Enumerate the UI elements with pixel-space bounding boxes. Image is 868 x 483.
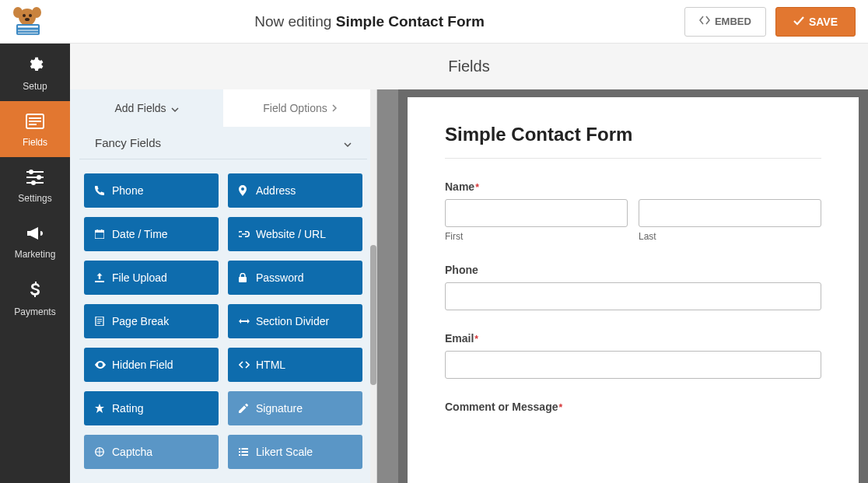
svg-rect-8 — [18, 30, 38, 31]
preview-gutter — [377, 89, 398, 483]
svg-rect-33 — [239, 451, 240, 453]
svg-rect-7 — [18, 26, 38, 28]
field-type-password[interactable]: Password — [228, 261, 362, 295]
pagebreak-icon — [95, 317, 106, 326]
app-logo — [0, 0, 54, 44]
field-type-label: Website / URL — [256, 228, 326, 240]
svg-rect-34 — [242, 451, 249, 453]
svg-rect-9 — [18, 32, 38, 33]
embed-label: EMBED — [715, 16, 751, 27]
dollar-icon — [30, 282, 40, 303]
star-icon — [95, 404, 106, 413]
field-type-phone[interactable]: Phone — [84, 173, 219, 208]
fields-panel: Add Fields Field Options Fancy Fields — [70, 89, 377, 483]
nav-payments-label: Payments — [14, 306, 55, 317]
bullhorn-icon — [26, 226, 44, 245]
field-type-label: Date / Time — [112, 228, 168, 240]
field-type-html[interactable]: HTML — [228, 348, 362, 382]
list-icon — [239, 448, 250, 456]
required-asterisk: * — [558, 402, 562, 413]
input-email[interactable] — [445, 351, 821, 379]
phone-icon — [95, 186, 106, 195]
field-type-website-url[interactable]: Website / URL — [228, 217, 362, 251]
svg-rect-22 — [97, 229, 98, 232]
field-type-label: HTML — [256, 359, 285, 371]
field-type-label: Hidden Field — [112, 359, 173, 371]
calendar-icon — [95, 229, 106, 239]
arrows-icon — [239, 318, 250, 324]
svg-rect-21 — [95, 231, 104, 233]
nav-setup[interactable]: Setup — [0, 44, 70, 101]
section-fancy-fields[interactable]: Fancy Fields — [79, 127, 367, 159]
svg-point-19 — [31, 180, 36, 185]
tab-field-options[interactable]: Field Options — [223, 89, 376, 127]
svg-rect-26 — [97, 319, 102, 320]
field-phone[interactable]: Phone — [445, 264, 821, 310]
svg-point-2 — [19, 9, 36, 26]
field-type-captcha[interactable]: Captcha — [84, 435, 219, 469]
panel-scrollbar[interactable] — [370, 89, 376, 483]
field-type-label: Page Break — [112, 315, 169, 327]
field-email[interactable]: Email* — [445, 332, 821, 379]
chevron-down-icon — [171, 102, 179, 114]
field-type-label: File Upload — [112, 271, 167, 284]
upload-icon — [95, 273, 106, 282]
svg-point-5 — [25, 18, 30, 21]
required-asterisk: * — [475, 182, 479, 193]
svg-rect-13 — [29, 124, 37, 125]
save-label: SAVE — [809, 16, 838, 28]
field-type-page-break[interactable]: Page Break — [84, 304, 219, 338]
left-sidebar: Setup Fields Settings Marketing Payments — [0, 44, 70, 483]
eye-icon — [95, 361, 106, 369]
svg-point-18 — [37, 175, 41, 180]
field-type-section-divider[interactable]: Section Divider — [228, 304, 362, 338]
svg-point-3 — [23, 14, 26, 17]
nav-settings-label: Settings — [18, 193, 51, 204]
svg-rect-28 — [97, 323, 100, 324]
nav-settings[interactable]: Settings — [0, 157, 70, 213]
nav-fields[interactable]: Fields — [0, 101, 70, 157]
field-name[interactable]: Name* First Last — [445, 180, 821, 242]
svg-rect-12 — [29, 121, 41, 122]
svg-point-17 — [29, 170, 33, 174]
nav-marketing-label: Marketing — [15, 249, 56, 260]
field-comment[interactable]: Comment or Message* — [445, 401, 821, 413]
sublabel-first: First — [445, 231, 628, 242]
svg-rect-27 — [97, 321, 102, 322]
field-type-label: Signature — [256, 402, 303, 415]
svg-rect-36 — [242, 454, 249, 456]
svg-rect-24 — [239, 277, 247, 282]
form-name-title: Simple Contact Form — [336, 13, 485, 30]
field-type-label: Rating — [112, 402, 143, 415]
code-icon — [239, 361, 250, 369]
field-type-hidden-field[interactable]: Hidden Field — [84, 348, 219, 382]
svg-point-29 — [100, 364, 102, 366]
input-first-name[interactable] — [445, 199, 628, 227]
check-icon — [793, 16, 804, 28]
top-bar: Now editing Simple Contact Form EMBED SA… — [0, 0, 868, 44]
input-phone[interactable] — [445, 282, 821, 310]
chevron-right-icon — [332, 102, 337, 114]
field-type-rating[interactable]: Rating — [84, 391, 219, 425]
svg-rect-35 — [239, 454, 240, 456]
tab-add-fields[interactable]: Add Fields — [70, 89, 223, 127]
embed-button[interactable]: EMBED — [684, 7, 766, 37]
required-asterisk: * — [474, 334, 478, 345]
input-last-name[interactable] — [639, 199, 821, 227]
scrollbar-thumb[interactable] — [370, 245, 376, 385]
field-type-date-time[interactable]: Date / Time — [84, 217, 219, 251]
save-button[interactable]: SAVE — [775, 7, 856, 37]
nav-marketing[interactable]: Marketing — [0, 213, 70, 269]
page-title: Now editing Simple Contact Form — [54, 13, 684, 30]
field-type-address[interactable]: Address — [228, 173, 362, 208]
field-type-likert-scale[interactable]: Likert Scale — [228, 435, 362, 469]
nav-payments[interactable]: Payments — [0, 269, 70, 327]
pencil-icon — [239, 404, 250, 413]
form-preview-title: Simple Contact Form — [445, 124, 821, 145]
field-type-file-upload[interactable]: File Upload — [84, 261, 219, 295]
pin-icon — [239, 185, 250, 196]
preview-area: Simple Contact Form Name* First — [398, 89, 868, 483]
field-type-signature[interactable]: Signature — [228, 391, 362, 425]
editing-prefix: Now editing — [254, 13, 331, 30]
svg-rect-11 — [29, 117, 41, 119]
